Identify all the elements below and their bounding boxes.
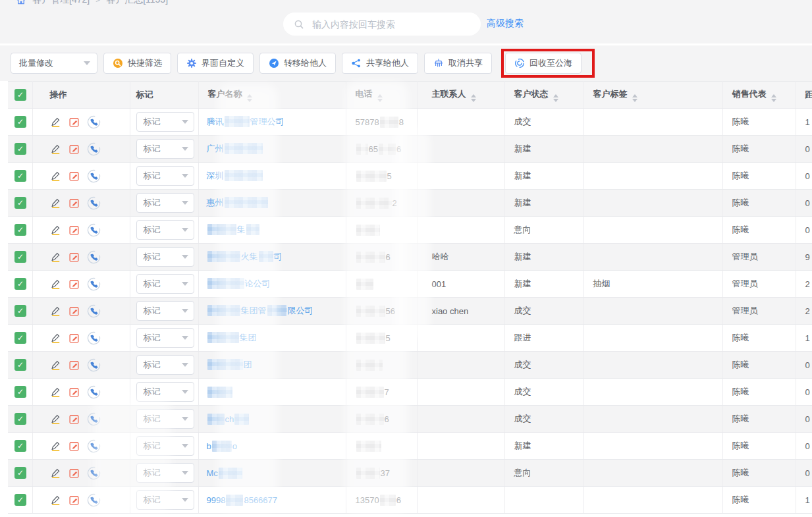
mark-select[interactable]: 标记 bbox=[136, 436, 194, 456]
sort-caret-icon[interactable] bbox=[553, 94, 558, 102]
home-icon[interactable] bbox=[16, 0, 26, 5]
customer-name-link[interactable] bbox=[207, 387, 233, 397]
mark-select[interactable]: 标记 bbox=[136, 112, 194, 132]
edit-pencil-icon[interactable] bbox=[50, 171, 61, 182]
note-edit-icon[interactable] bbox=[68, 306, 80, 317]
note-edit-icon[interactable] bbox=[68, 198, 80, 209]
customer-name-link[interactable]: Mc bbox=[207, 468, 243, 478]
column-header-tag[interactable]: 客户标签 bbox=[583, 82, 722, 109]
note-edit-icon[interactable] bbox=[68, 279, 80, 290]
note-edit-icon[interactable] bbox=[68, 117, 80, 128]
mark-select[interactable]: 标记 bbox=[136, 382, 194, 402]
mark-select[interactable]: 标记 bbox=[136, 301, 194, 321]
sort-caret-icon[interactable] bbox=[247, 94, 252, 102]
row-checkbox[interactable]: ✓ bbox=[14, 494, 26, 506]
call-phone-icon[interactable] bbox=[87, 439, 101, 453]
ui-customize-button[interactable]: 界面自定义 bbox=[177, 53, 254, 74]
edit-pencil-icon[interactable] bbox=[50, 441, 61, 452]
mark-select[interactable]: 标记 bbox=[136, 328, 194, 348]
note-edit-icon[interactable] bbox=[68, 360, 80, 371]
sort-caret-icon[interactable] bbox=[471, 94, 476, 102]
customer-name-link[interactable]: 腾讯管理公司 bbox=[207, 117, 284, 126]
customer-name-link[interactable]: 99988566677 bbox=[207, 495, 278, 505]
customer-name-link[interactable]: 集团 bbox=[207, 333, 257, 342]
row-checkbox[interactable]: ✓ bbox=[14, 467, 26, 479]
sort-caret-icon[interactable] bbox=[771, 94, 776, 102]
row-checkbox[interactable]: ✓ bbox=[14, 440, 26, 452]
batch-edit-select[interactable]: 批量修改 bbox=[11, 53, 97, 74]
call-phone-icon[interactable] bbox=[87, 385, 101, 399]
mark-select[interactable]: 标记 bbox=[136, 166, 194, 186]
note-edit-icon[interactable] bbox=[68, 495, 80, 506]
mark-select[interactable]: 标记 bbox=[136, 139, 194, 159]
edit-pencil-icon[interactable] bbox=[50, 198, 61, 209]
select-all-checkbox[interactable]: ✓ bbox=[14, 89, 26, 101]
edit-pencil-icon[interactable] bbox=[50, 117, 61, 128]
call-phone-icon[interactable] bbox=[87, 223, 101, 237]
column-header-name[interactable]: 客户名称 bbox=[198, 82, 346, 109]
note-edit-icon[interactable] bbox=[68, 387, 80, 398]
call-phone-icon[interactable] bbox=[87, 466, 101, 480]
customer-name-link[interactable]: 惠州 bbox=[207, 198, 269, 207]
edit-pencil-icon[interactable] bbox=[50, 387, 61, 398]
row-checkbox[interactable]: ✓ bbox=[14, 197, 26, 209]
mark-select[interactable]: 标记 bbox=[136, 220, 194, 240]
advanced-search-link[interactable]: 高级搜索 bbox=[487, 18, 524, 30]
call-phone-icon[interactable] bbox=[87, 142, 101, 156]
call-phone-icon[interactable] bbox=[87, 331, 101, 345]
customer-name-link[interactable]: 集 bbox=[207, 225, 260, 234]
call-phone-icon[interactable] bbox=[87, 358, 101, 372]
row-checkbox[interactable]: ✓ bbox=[14, 143, 26, 155]
note-edit-icon[interactable] bbox=[68, 171, 80, 182]
note-edit-icon[interactable] bbox=[68, 252, 80, 263]
customer-name-link[interactable]: 深圳 bbox=[207, 171, 263, 180]
edit-pencil-icon[interactable] bbox=[50, 144, 61, 155]
note-edit-icon[interactable] bbox=[68, 414, 80, 425]
edit-pencil-icon[interactable] bbox=[50, 306, 61, 317]
edit-pencil-icon[interactable] bbox=[50, 333, 61, 344]
mark-select[interactable]: 标记 bbox=[136, 463, 194, 483]
sort-caret-icon[interactable] bbox=[377, 94, 383, 102]
note-edit-icon[interactable] bbox=[68, 333, 80, 344]
customer-name-link[interactable]: 论公司 bbox=[207, 279, 271, 288]
mark-select[interactable]: 标记 bbox=[136, 490, 194, 510]
row-checkbox[interactable]: ✓ bbox=[14, 278, 26, 290]
column-header-rep[interactable]: 销售代表 bbox=[722, 82, 796, 109]
call-phone-icon[interactable] bbox=[87, 304, 101, 318]
edit-pencil-icon[interactable] bbox=[50, 252, 61, 263]
row-checkbox[interactable]: ✓ bbox=[14, 116, 26, 128]
call-phone-icon[interactable] bbox=[87, 196, 101, 210]
row-checkbox[interactable]: ✓ bbox=[14, 305, 26, 317]
row-checkbox[interactable]: ✓ bbox=[14, 413, 26, 425]
call-phone-icon[interactable] bbox=[87, 115, 101, 129]
call-phone-icon[interactable] bbox=[87, 277, 101, 291]
customer-name-link[interactable]: bo bbox=[207, 441, 237, 451]
call-phone-icon[interactable] bbox=[87, 493, 101, 507]
breadcrumb-item-customer-management[interactable]: 客户管理[472] bbox=[32, 0, 90, 6]
column-header-status[interactable]: 客户状态 bbox=[504, 82, 583, 109]
sort-caret-icon[interactable] bbox=[632, 94, 637, 102]
edit-pencil-icon[interactable] bbox=[50, 279, 61, 290]
transfer-to-others-button[interactable]: 转移给他人 bbox=[259, 53, 336, 74]
row-checkbox[interactable]: ✓ bbox=[14, 251, 26, 263]
note-edit-icon[interactable] bbox=[68, 468, 80, 479]
customer-name-link[interactable]: ch bbox=[207, 414, 250, 424]
share-to-others-button[interactable]: 共享给他人 bbox=[342, 53, 418, 74]
edit-pencil-icon[interactable] bbox=[50, 414, 61, 425]
note-edit-icon[interactable] bbox=[68, 225, 80, 236]
mark-select[interactable]: 标记 bbox=[136, 247, 194, 267]
quick-filter-button[interactable]: 快捷筛选 bbox=[103, 53, 171, 74]
edit-pencil-icon[interactable] bbox=[50, 495, 61, 506]
mark-select[interactable]: 标记 bbox=[136, 409, 194, 429]
breadcrumb-item-customer-summary[interactable]: 客户汇总[1153] bbox=[106, 0, 168, 6]
edit-pencil-icon[interactable] bbox=[50, 225, 61, 236]
cancel-share-button[interactable]: 取消共享 bbox=[424, 53, 492, 74]
mark-select[interactable]: 标记 bbox=[136, 355, 194, 375]
customer-name-link[interactable]: 集团管限公司 bbox=[207, 306, 313, 315]
recycle-to-public-pool-button[interactable]: 回收至公海 bbox=[505, 53, 582, 74]
edit-pencil-icon[interactable] bbox=[50, 468, 61, 479]
edit-pencil-icon[interactable] bbox=[50, 360, 61, 371]
row-checkbox[interactable]: ✓ bbox=[14, 332, 26, 344]
customer-name-link[interactable]: 火集司 bbox=[207, 252, 283, 261]
call-phone-icon[interactable] bbox=[87, 169, 101, 183]
